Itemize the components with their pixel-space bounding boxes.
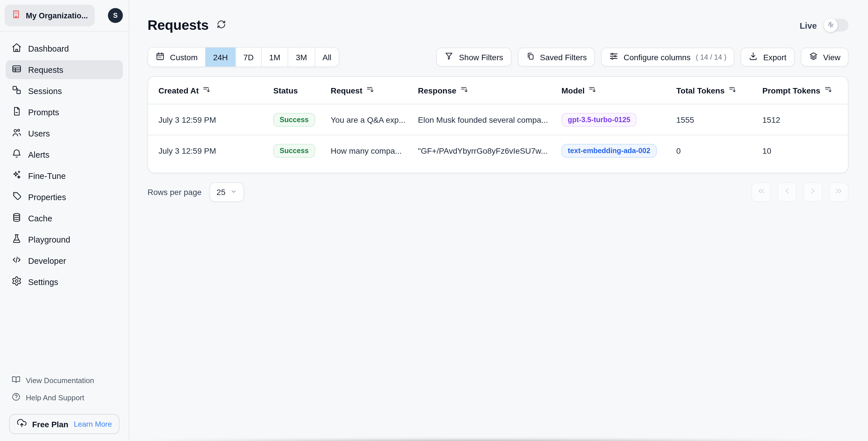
app-window: My Organizatio... S Dashboard Requests S… bbox=[0, 0, 868, 441]
sidebar-item-developer[interactable]: Developer bbox=[6, 251, 123, 270]
show-filters-button[interactable]: Show Filters bbox=[437, 47, 511, 67]
time-range-all[interactable]: All bbox=[315, 47, 339, 67]
footer-link-label: View Documentation bbox=[26, 376, 94, 384]
funnel-icon bbox=[445, 52, 454, 63]
calendar-icon bbox=[156, 52, 165, 63]
request-cell: How many compa... bbox=[331, 146, 418, 155]
prev-page-button[interactable] bbox=[777, 182, 797, 202]
refresh-button[interactable] bbox=[217, 19, 226, 31]
sidebar-item-label: Cache bbox=[28, 214, 52, 223]
chevrons-left-icon bbox=[756, 186, 766, 198]
column-header-status[interactable]: Status bbox=[273, 86, 331, 95]
sidebar-item-label: Users bbox=[28, 129, 50, 138]
model-cell: gpt-3.5-turbo-0125 bbox=[561, 113, 676, 127]
created-at-cell: July 3 12:59 PM bbox=[158, 146, 273, 155]
document-icon bbox=[11, 106, 22, 118]
copy-icon bbox=[526, 52, 535, 63]
rows-per-page-select[interactable]: 25 bbox=[210, 182, 244, 202]
book-open-icon bbox=[11, 375, 21, 386]
configure-columns-button[interactable]: Configure columns ( 14 / 14 ) bbox=[601, 47, 734, 67]
time-range-3m[interactable]: 3M bbox=[288, 47, 315, 67]
last-page-button[interactable] bbox=[829, 182, 848, 202]
saved-filters-button[interactable]: Saved Filters bbox=[518, 47, 595, 67]
requests-table-card: Created At Status Request Response Model bbox=[148, 76, 848, 173]
sidebar-item-users[interactable]: Users bbox=[6, 124, 123, 143]
column-header-model[interactable]: Model bbox=[561, 86, 676, 95]
model-badge: text-embedding-ada-002 bbox=[561, 144, 657, 158]
view-documentation-link[interactable]: View Documentation bbox=[6, 372, 123, 389]
sidebar-item-requests[interactable]: Requests bbox=[6, 60, 123, 79]
sidebar: My Organizatio... S Dashboard Requests S… bbox=[0, 0, 129, 441]
view-button[interactable]: View bbox=[801, 47, 848, 67]
live-toggle-group: Live bbox=[800, 19, 848, 32]
sidebar-item-settings[interactable]: Settings bbox=[6, 272, 123, 291]
column-label: Model bbox=[561, 86, 585, 95]
free-plan-box[interactable]: Free Plan Learn More bbox=[9, 414, 119, 434]
status-cell: Success bbox=[273, 113, 331, 127]
table-row[interactable]: July 3 12:59 PM Success How many compa..… bbox=[148, 135, 848, 166]
sidebar-item-fine-tune[interactable]: Fine-Tune bbox=[6, 166, 123, 185]
time-range-custom[interactable]: Custom bbox=[148, 47, 206, 67]
sort-icon bbox=[729, 86, 737, 95]
time-range-24h[interactable]: 24H bbox=[206, 47, 236, 67]
column-header-created-at[interactable]: Created At bbox=[158, 86, 273, 95]
toggle-knob bbox=[824, 19, 838, 32]
plan-label: Free Plan bbox=[32, 419, 68, 429]
column-header-response[interactable]: Response bbox=[418, 86, 561, 95]
page-title: Requests bbox=[148, 17, 209, 33]
sidebar-item-prompts[interactable]: Prompts bbox=[6, 103, 123, 122]
sessions-icon bbox=[11, 85, 22, 97]
live-toggle[interactable] bbox=[824, 19, 848, 32]
time-range-label: 24H bbox=[213, 53, 228, 62]
toolbar: Custom 24H 7D 1M 3M All Show Filters Sav… bbox=[148, 47, 848, 67]
sidebar-item-dashboard[interactable]: Dashboard bbox=[6, 39, 123, 58]
user-avatar[interactable]: S bbox=[108, 8, 123, 23]
time-range-7d[interactable]: 7D bbox=[236, 47, 262, 67]
sidebar-item-sessions[interactable]: Sessions bbox=[6, 81, 123, 100]
chevrons-right-icon bbox=[834, 186, 843, 198]
sidebar-item-label: Alerts bbox=[28, 150, 50, 159]
learn-more-link[interactable]: Learn More bbox=[74, 420, 112, 429]
button-label: Saved Filters bbox=[540, 53, 587, 62]
sort-icon bbox=[589, 86, 597, 95]
time-range-label: 1M bbox=[269, 53, 280, 62]
sparkles-icon bbox=[11, 170, 22, 182]
building-icon bbox=[11, 10, 21, 21]
refresh-icon bbox=[217, 19, 226, 31]
sidebar-item-label: Properties bbox=[28, 193, 66, 202]
help-and-support-link[interactable]: Help And Support bbox=[6, 389, 123, 406]
sidebar-item-label: Sessions bbox=[28, 86, 62, 96]
first-page-button[interactable] bbox=[751, 182, 771, 202]
database-icon bbox=[11, 212, 22, 224]
users-icon bbox=[11, 127, 22, 139]
column-header-prompt-tokens[interactable]: Prompt Tokens bbox=[763, 86, 838, 95]
sort-icon bbox=[203, 86, 211, 95]
column-label: Prompt Tokens bbox=[763, 86, 820, 95]
button-label: Configure columns bbox=[623, 53, 690, 62]
created-at-cell: July 3 12:59 PM bbox=[158, 115, 273, 124]
chevron-down-icon bbox=[230, 188, 237, 197]
sidebar-item-alerts[interactable]: Alerts bbox=[6, 145, 123, 164]
bell-icon bbox=[11, 148, 22, 161]
cloud-upload-icon bbox=[17, 418, 27, 430]
column-header-request[interactable]: Request bbox=[331, 86, 418, 95]
next-page-button[interactable] bbox=[803, 182, 823, 202]
table-row[interactable]: July 3 12:59 PM Success You are a Q&A ex… bbox=[148, 104, 848, 135]
column-label: Response bbox=[418, 86, 456, 95]
model-cell: text-embedding-ada-002 bbox=[561, 144, 676, 158]
prompt-tokens-cell: 1512 bbox=[763, 115, 838, 124]
zap-off-icon bbox=[827, 20, 834, 30]
sliders-icon bbox=[609, 52, 618, 63]
button-label: Export bbox=[763, 53, 786, 62]
gear-icon bbox=[11, 276, 22, 288]
sidebar-item-playground[interactable]: Playground bbox=[6, 230, 123, 249]
model-badge: gpt-3.5-turbo-0125 bbox=[561, 113, 637, 127]
card-bottom-padding bbox=[148, 166, 848, 173]
time-range-1m[interactable]: 1M bbox=[262, 47, 288, 67]
sidebar-item-cache[interactable]: Cache bbox=[6, 209, 123, 228]
export-button[interactable]: Export bbox=[741, 47, 795, 67]
org-switcher-button[interactable]: My Organizatio... bbox=[5, 5, 95, 26]
sidebar-item-label: Fine-Tune bbox=[28, 171, 66, 180]
column-header-total-tokens[interactable]: Total Tokens bbox=[676, 86, 763, 95]
sidebar-item-properties[interactable]: Properties bbox=[6, 188, 123, 206]
